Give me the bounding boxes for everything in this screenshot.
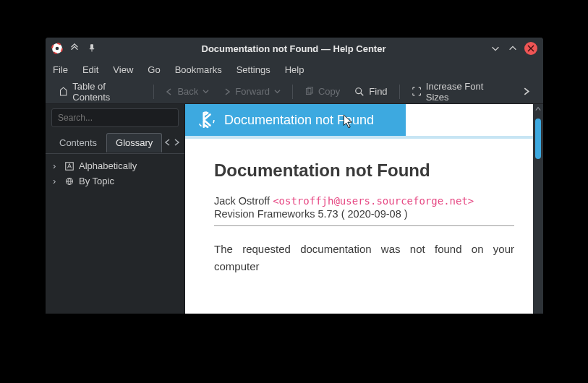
app-icon: [51, 43, 63, 54]
toolbar: Table of Contents Back Forward Copy Find…: [46, 79, 543, 104]
document-header-title: Documentation not Found: [224, 113, 374, 128]
author-email: <ostroffjh@users.sourceforge.net>: [273, 195, 474, 207]
document-title: Documentation not Found: [214, 160, 514, 181]
tab-contents[interactable]: Contents: [50, 133, 106, 152]
menu-view[interactable]: View: [113, 64, 133, 75]
toc-button[interactable]: Table of Contents: [53, 78, 148, 106]
topic-icon: [64, 176, 74, 186]
keep-above-icon[interactable]: [69, 43, 80, 54]
chevron-down-icon: [274, 88, 281, 95]
copy-label: Copy: [318, 86, 340, 97]
author-name: Jack Ostroff: [214, 195, 270, 207]
forward-button[interactable]: Forward: [218, 83, 286, 100]
tree-item-alphabetical[interactable]: › Alphabetically: [48, 158, 182, 173]
document-header: Documentation not Found: [185, 104, 543, 139]
tab-next-icon[interactable]: [173, 137, 180, 148]
document-view: Documentation not Found Documentation no…: [185, 104, 543, 314]
glossary-tree: › Alphabetically › By Topic: [46, 153, 184, 314]
menu-settings[interactable]: Settings: [237, 64, 270, 75]
separator: [292, 85, 293, 99]
search-input[interactable]: [51, 108, 179, 127]
revision-line: Revision Frameworks 5.73 ( 2020-09-08 ): [214, 208, 514, 226]
vertical-scrollbar[interactable]: [533, 104, 543, 314]
titlebar: Documentation not Found — Help Center: [46, 38, 543, 59]
help-center-window: Documentation not Found — Help Center Fi…: [46, 38, 543, 314]
scrollbar-thumb[interactable]: [535, 119, 541, 159]
tab-glossary[interactable]: Glossary: [106, 133, 162, 152]
pin-icon[interactable]: [86, 43, 98, 54]
close-button[interactable]: [524, 42, 537, 55]
increase-font-button[interactable]: Increase Font Sizes: [406, 78, 511, 106]
find-button[interactable]: Find: [349, 83, 393, 100]
maximize-button[interactable]: [507, 43, 519, 54]
tree-item-topic[interactable]: › By Topic: [48, 173, 182, 189]
tree-item-label: By Topic: [79, 176, 114, 186]
back-button[interactable]: Back: [160, 83, 215, 100]
forward-label: Forward: [235, 86, 270, 97]
expand-icon: ›: [53, 160, 60, 171]
find-label: Find: [369, 86, 387, 97]
chevron-down-icon: [203, 88, 209, 95]
menu-help[interactable]: Help: [285, 64, 304, 75]
toc-label: Table of Contents: [72, 81, 142, 103]
menubar: File Edit View Go Bookmarks Settings Hel…: [46, 59, 543, 79]
copy-button[interactable]: Copy: [299, 83, 346, 100]
tree-item-label: Alphabetically: [79, 160, 137, 171]
menu-edit[interactable]: Edit: [82, 64, 98, 75]
increase-font-label: Increase Font Sizes: [426, 81, 505, 103]
sidebar-tabs: Contents Glossary: [46, 132, 184, 153]
document-body: Documentation not Found Jack Ostroff <os…: [185, 139, 543, 314]
menu-bookmarks[interactable]: Bookmarks: [175, 64, 222, 75]
kde-logo-icon: [197, 111, 216, 129]
toolbar-overflow-button[interactable]: [516, 85, 536, 98]
menu-file[interactable]: File: [53, 64, 68, 75]
document-text: The requested documentation was not foun…: [214, 241, 514, 275]
menu-go[interactable]: Go: [148, 64, 160, 75]
scroll-up-icon[interactable]: [533, 104, 543, 114]
sidebar: Contents Glossary › Alphabetically › By …: [46, 104, 185, 314]
svg-point-2: [56, 47, 59, 51]
svg-point-5: [356, 87, 362, 93]
separator: [399, 85, 400, 99]
separator: [153, 85, 154, 99]
window-title: Documentation not Found — Help Center: [98, 43, 490, 54]
minimize-button[interactable]: [490, 43, 501, 54]
expand-icon: ›: [53, 176, 60, 186]
tab-prev-icon[interactable]: [164, 137, 171, 148]
back-label: Back: [177, 86, 198, 97]
alpha-icon: [64, 161, 74, 171]
